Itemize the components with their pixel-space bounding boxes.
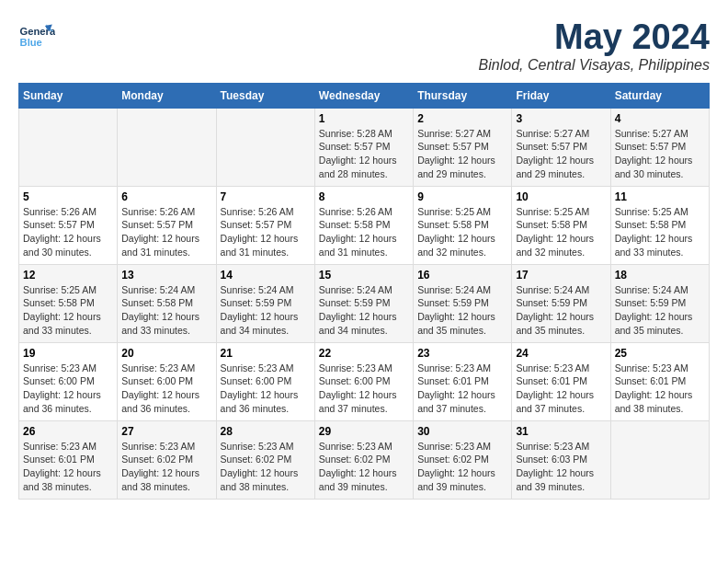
day-info: Sunrise: 5:23 AM Sunset: 6:01 PM Dayligh… xyxy=(615,362,705,416)
weekday-header: Wednesday xyxy=(314,83,413,108)
day-number: 27 xyxy=(121,425,211,438)
day-info: Sunrise: 5:23 AM Sunset: 6:01 PM Dayligh… xyxy=(23,440,113,494)
logo: General Blue xyxy=(18,18,55,55)
calendar-cell: 13Sunrise: 5:24 AM Sunset: 5:58 PM Dayli… xyxy=(118,264,216,342)
calendar-cell: 1Sunrise: 5:28 AM Sunset: 5:57 PM Daylig… xyxy=(314,108,413,186)
calendar-cell: 25Sunrise: 5:23 AM Sunset: 6:01 PM Dayli… xyxy=(610,342,709,420)
calendar-week-row: 1Sunrise: 5:28 AM Sunset: 5:57 PM Daylig… xyxy=(19,108,710,186)
calendar-week-row: 19Sunrise: 5:23 AM Sunset: 6:00 PM Dayli… xyxy=(19,342,710,420)
day-info: Sunrise: 5:23 AM Sunset: 6:01 PM Dayligh… xyxy=(417,362,507,416)
calendar-cell: 12Sunrise: 5:25 AM Sunset: 5:58 PM Dayli… xyxy=(19,264,118,342)
day-info: Sunrise: 5:23 AM Sunset: 6:00 PM Dayligh… xyxy=(23,362,113,416)
weekday-header: Thursday xyxy=(414,83,512,108)
day-info: Sunrise: 5:25 AM Sunset: 5:58 PM Dayligh… xyxy=(615,205,705,259)
day-number: 15 xyxy=(319,269,409,282)
day-number: 17 xyxy=(516,269,606,282)
calendar-cell: 2Sunrise: 5:27 AM Sunset: 5:57 PM Daylig… xyxy=(414,108,512,186)
calendar-cell: 28Sunrise: 5:23 AM Sunset: 6:02 PM Dayli… xyxy=(216,420,314,499)
calendar-cell: 26Sunrise: 5:23 AM Sunset: 6:01 PM Dayli… xyxy=(19,420,118,499)
day-number: 16 xyxy=(417,269,507,282)
calendar-cell: 20Sunrise: 5:23 AM Sunset: 6:00 PM Dayli… xyxy=(118,342,216,420)
day-info: Sunrise: 5:24 AM Sunset: 5:59 PM Dayligh… xyxy=(319,283,409,338)
calendar-week-row: 26Sunrise: 5:23 AM Sunset: 6:01 PM Dayli… xyxy=(19,420,710,499)
calendar-cell: 14Sunrise: 5:24 AM Sunset: 5:59 PM Dayli… xyxy=(216,264,314,342)
calendar-header: SundayMondayTuesdayWednesdayThursdayFrid… xyxy=(19,83,710,108)
weekday-header: Sunday xyxy=(19,83,118,108)
calendar-cell: 27Sunrise: 5:23 AM Sunset: 6:02 PM Dayli… xyxy=(118,420,216,499)
day-info: Sunrise: 5:26 AM Sunset: 5:58 PM Dayligh… xyxy=(319,205,409,259)
day-number: 30 xyxy=(417,425,507,438)
day-info: Sunrise: 5:26 AM Sunset: 5:57 PM Dayligh… xyxy=(121,205,211,259)
calendar-week-row: 5Sunrise: 5:26 AM Sunset: 5:57 PM Daylig… xyxy=(19,186,710,264)
day-number: 28 xyxy=(221,425,311,438)
calendar-week-row: 12Sunrise: 5:25 AM Sunset: 5:58 PM Dayli… xyxy=(19,264,710,342)
calendar-cell xyxy=(216,108,314,186)
day-info: Sunrise: 5:24 AM Sunset: 5:59 PM Dayligh… xyxy=(221,283,311,338)
day-info: Sunrise: 5:25 AM Sunset: 5:58 PM Dayligh… xyxy=(516,205,606,259)
day-number: 23 xyxy=(417,347,507,360)
day-number: 11 xyxy=(615,190,705,203)
day-number: 19 xyxy=(23,347,113,360)
day-number: 8 xyxy=(319,190,409,203)
calendar-cell: 31Sunrise: 5:23 AM Sunset: 6:03 PM Dayli… xyxy=(512,420,610,499)
day-info: Sunrise: 5:23 AM Sunset: 6:02 PM Dayligh… xyxy=(121,440,211,494)
day-info: Sunrise: 5:23 AM Sunset: 6:02 PM Dayligh… xyxy=(221,440,311,494)
calendar-cell: 11Sunrise: 5:25 AM Sunset: 5:58 PM Dayli… xyxy=(610,186,709,264)
calendar-cell: 29Sunrise: 5:23 AM Sunset: 6:02 PM Dayli… xyxy=(314,420,413,499)
day-number: 31 xyxy=(516,425,606,438)
day-number: 7 xyxy=(221,190,311,203)
day-info: Sunrise: 5:25 AM Sunset: 5:58 PM Dayligh… xyxy=(417,205,507,259)
day-info: Sunrise: 5:23 AM Sunset: 6:01 PM Dayligh… xyxy=(516,362,606,416)
day-info: Sunrise: 5:28 AM Sunset: 5:57 PM Dayligh… xyxy=(319,127,409,181)
day-info: Sunrise: 5:24 AM Sunset: 5:59 PM Dayligh… xyxy=(516,283,606,338)
day-number: 3 xyxy=(516,112,606,125)
calendar-cell: 3Sunrise: 5:27 AM Sunset: 5:57 PM Daylig… xyxy=(512,108,610,186)
weekday-header: Friday xyxy=(512,83,610,108)
calendar-table: SundayMondayTuesdayWednesdayThursdayFrid… xyxy=(18,83,710,500)
day-info: Sunrise: 5:23 AM Sunset: 6:00 PM Dayligh… xyxy=(221,362,311,416)
day-number: 21 xyxy=(221,347,311,360)
calendar-cell: 18Sunrise: 5:24 AM Sunset: 5:59 PM Dayli… xyxy=(610,264,709,342)
day-info: Sunrise: 5:23 AM Sunset: 6:00 PM Dayligh… xyxy=(319,362,409,416)
day-info: Sunrise: 5:26 AM Sunset: 5:57 PM Dayligh… xyxy=(23,205,113,259)
calendar-cell: 4Sunrise: 5:27 AM Sunset: 5:57 PM Daylig… xyxy=(610,108,709,186)
calendar-cell: 21Sunrise: 5:23 AM Sunset: 6:00 PM Dayli… xyxy=(216,342,314,420)
day-info: Sunrise: 5:25 AM Sunset: 5:58 PM Dayligh… xyxy=(23,283,113,338)
weekday-header: Monday xyxy=(118,83,216,108)
day-number: 22 xyxy=(319,347,409,360)
page-title: May 2024 xyxy=(479,18,710,57)
logo-icon: General Blue xyxy=(18,18,55,55)
day-number: 26 xyxy=(23,425,113,438)
day-number: 9 xyxy=(417,190,507,203)
calendar-cell: 7Sunrise: 5:26 AM Sunset: 5:57 PM Daylig… xyxy=(216,186,314,264)
calendar-cell: 10Sunrise: 5:25 AM Sunset: 5:58 PM Dayli… xyxy=(512,186,610,264)
day-number: 20 xyxy=(121,347,211,360)
calendar-cell xyxy=(610,420,709,499)
day-info: Sunrise: 5:23 AM Sunset: 6:00 PM Dayligh… xyxy=(121,362,211,416)
day-info: Sunrise: 5:23 AM Sunset: 6:03 PM Dayligh… xyxy=(516,440,606,494)
calendar-cell: 9Sunrise: 5:25 AM Sunset: 5:58 PM Daylig… xyxy=(414,186,512,264)
day-info: Sunrise: 5:26 AM Sunset: 5:57 PM Dayligh… xyxy=(221,205,311,259)
day-info: Sunrise: 5:24 AM Sunset: 5:58 PM Dayligh… xyxy=(121,283,211,338)
page-header: General Blue May 2024 Binlod, Central Vi… xyxy=(18,18,710,74)
calendar-cell: 15Sunrise: 5:24 AM Sunset: 5:59 PM Dayli… xyxy=(314,264,413,342)
calendar-cell: 30Sunrise: 5:23 AM Sunset: 6:02 PM Dayli… xyxy=(414,420,512,499)
calendar-cell: 24Sunrise: 5:23 AM Sunset: 6:01 PM Dayli… xyxy=(512,342,610,420)
day-number: 13 xyxy=(121,269,211,282)
weekday-header: Tuesday xyxy=(216,83,314,108)
title-section: May 2024 Binlod, Central Visayas, Philip… xyxy=(479,18,710,74)
day-info: Sunrise: 5:27 AM Sunset: 5:57 PM Dayligh… xyxy=(615,127,705,181)
day-number: 6 xyxy=(121,190,211,203)
day-number: 4 xyxy=(615,112,705,125)
day-number: 5 xyxy=(23,190,113,203)
calendar-cell: 6Sunrise: 5:26 AM Sunset: 5:57 PM Daylig… xyxy=(118,186,216,264)
calendar-cell: 22Sunrise: 5:23 AM Sunset: 6:00 PM Dayli… xyxy=(314,342,413,420)
calendar-cell: 8Sunrise: 5:26 AM Sunset: 5:58 PM Daylig… xyxy=(314,186,413,264)
day-info: Sunrise: 5:24 AM Sunset: 5:59 PM Dayligh… xyxy=(417,283,507,338)
calendar-cell xyxy=(19,108,118,186)
day-number: 24 xyxy=(516,347,606,360)
day-number: 1 xyxy=(319,112,409,125)
day-info: Sunrise: 5:24 AM Sunset: 5:59 PM Dayligh… xyxy=(615,283,705,338)
day-number: 29 xyxy=(319,425,409,438)
day-info: Sunrise: 5:23 AM Sunset: 6:02 PM Dayligh… xyxy=(319,440,409,494)
